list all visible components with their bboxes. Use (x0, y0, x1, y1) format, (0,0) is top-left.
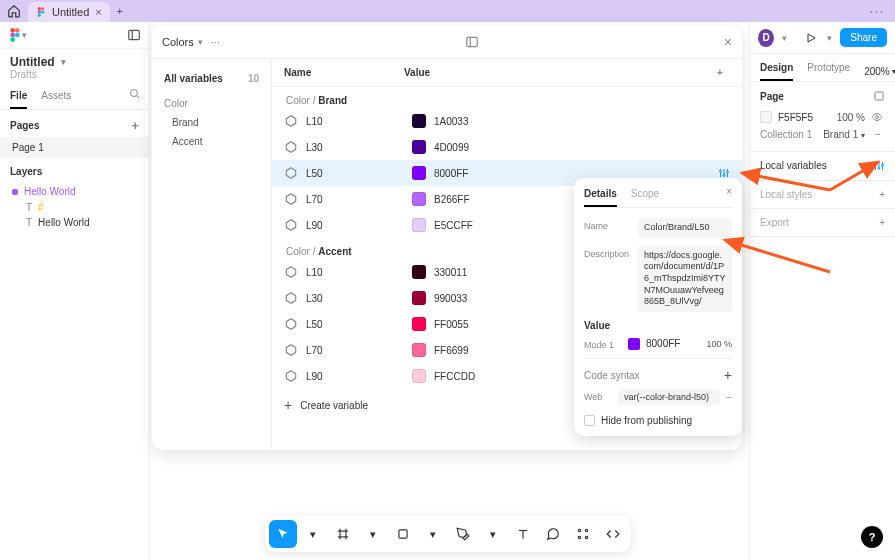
scope-tab[interactable]: Scope (631, 188, 659, 207)
page-color-hex[interactable]: F5F5F5 (778, 112, 813, 123)
dev-mode-tool[interactable] (599, 520, 627, 548)
remove-syntax-icon[interactable]: − (726, 392, 732, 403)
color-swatch[interactable] (412, 218, 426, 232)
svg-rect-10 (129, 30, 140, 39)
collection-menu-icon[interactable]: ··· (211, 36, 220, 48)
value-swatch[interactable] (628, 338, 640, 350)
col-value: Value (404, 67, 710, 78)
add-syntax-icon[interactable]: + (724, 367, 732, 383)
close-details-icon[interactable]: × (726, 186, 732, 197)
frame-tool-chevron-icon[interactable]: ▾ (359, 520, 387, 548)
panel-toggle-icon[interactable] (127, 28, 141, 42)
color-swatch[interactable] (412, 317, 426, 331)
color-swatch[interactable] (412, 140, 426, 154)
add-mode-icon[interactable]: + (710, 67, 730, 78)
color-swatch[interactable] (412, 265, 426, 279)
actions-tool[interactable] (569, 520, 597, 548)
desc-label: Description (584, 246, 632, 259)
value-section-label: Value (584, 320, 732, 331)
home-button[interactable] (6, 3, 22, 19)
file-tab-button[interactable]: File (10, 90, 27, 109)
design-tab[interactable]: Design (760, 62, 793, 81)
local-styles-row[interactable]: Local styles + (750, 181, 895, 209)
svg-point-6 (15, 28, 20, 33)
svg-point-23 (723, 174, 725, 176)
variable-name: L90 (306, 371, 404, 382)
collection-select[interactable]: Colors ▾ (162, 36, 203, 48)
pen-tool-chevron-icon[interactable]: ▾ (479, 520, 507, 548)
figma-icon[interactable] (8, 28, 22, 42)
zoom-level[interactable]: 200% ▾ (864, 62, 895, 81)
web-syntax-field[interactable]: var(--color-brand-l50) (618, 389, 720, 405)
all-variables-label[interactable]: All variables (164, 73, 223, 84)
group-accent[interactable]: Accent (152, 132, 271, 151)
variable-row[interactable]: L101A0033 (272, 108, 742, 134)
file-location[interactable]: Drafts (0, 69, 149, 80)
layer-child-text-node[interactable]: T # (0, 202, 149, 213)
collection-mode[interactable]: Brand 1 ▾ (823, 129, 865, 140)
new-tab-button[interactable]: + (110, 5, 130, 17)
color-swatch[interactable] (412, 369, 426, 383)
add-export-icon[interactable]: + (879, 217, 885, 228)
value-hex[interactable]: 8000FF (646, 338, 680, 349)
layer-child-text[interactable]: T Hello World (0, 213, 149, 228)
svg-marker-29 (286, 319, 295, 330)
prototype-tab[interactable]: Prototype (807, 62, 850, 81)
group-brand[interactable]: Brand (152, 113, 271, 132)
local-variables-row[interactable]: Local variables (750, 152, 895, 181)
text-tool[interactable] (509, 520, 537, 548)
variable-row[interactable]: L304D0099 (272, 134, 742, 160)
page-color-swatch[interactable] (760, 111, 772, 123)
shape-tool-chevron-icon[interactable]: ▾ (419, 520, 447, 548)
add-style-icon[interactable]: + (879, 189, 885, 200)
help-button[interactable]: ? (861, 526, 883, 548)
svg-point-5 (10, 28, 15, 33)
layer-name: Hello World (24, 186, 76, 197)
chevron-down-icon[interactable]: ▾ (61, 57, 66, 67)
layer-frame[interactable]: Hello World (0, 181, 149, 202)
svg-point-43 (882, 164, 884, 166)
present-button[interactable] (803, 29, 819, 47)
add-page-icon[interactable]: + (131, 118, 139, 133)
group-color[interactable]: Color (152, 94, 271, 113)
window-menu-icon[interactable]: ··· (870, 5, 889, 17)
remove-mode-icon[interactable]: − (871, 129, 885, 140)
hide-checkbox[interactable] (584, 415, 595, 426)
page-item[interactable]: Page 1 (0, 137, 149, 158)
details-tab[interactable]: Details (584, 188, 617, 207)
share-button[interactable]: Share (840, 28, 887, 47)
file-tab[interactable]: Untitled × (28, 2, 110, 22)
close-tab-icon[interactable]: × (95, 6, 101, 18)
assets-tab-button[interactable]: Assets (41, 90, 71, 109)
user-avatar[interactable]: D (758, 29, 774, 47)
frame-tool[interactable] (329, 520, 357, 548)
svg-marker-18 (286, 168, 295, 179)
variable-name: L50 (306, 319, 404, 330)
variable-name: L90 (306, 220, 404, 231)
svg-marker-28 (286, 293, 295, 304)
pen-tool[interactable] (449, 520, 477, 548)
export-row[interactable]: Export + (750, 209, 895, 237)
name-field[interactable]: Color/Brand/L50 (638, 218, 732, 238)
color-swatch[interactable] (412, 192, 426, 206)
page-settings-icon[interactable] (873, 90, 885, 102)
color-swatch[interactable] (412, 291, 426, 305)
sidebar-toggle-icon[interactable] (465, 35, 479, 49)
move-tool[interactable] (269, 520, 297, 548)
tools-toolbar: ▾ ▾ ▾ ▾ (265, 516, 631, 552)
color-swatch[interactable] (412, 166, 426, 180)
search-icon[interactable] (129, 88, 141, 100)
close-panel-icon[interactable]: × (724, 34, 732, 50)
move-tool-chevron-icon[interactable]: ▾ (299, 520, 327, 548)
variable-name: L70 (306, 194, 404, 205)
comment-tool[interactable] (539, 520, 567, 548)
color-swatch[interactable] (412, 114, 426, 128)
shape-tool[interactable] (389, 520, 417, 548)
svg-marker-31 (286, 371, 295, 382)
color-swatch[interactable] (412, 343, 426, 357)
desc-field[interactable]: https://docs.google.com/document/d/1P6_m… (638, 246, 732, 312)
visibility-icon[interactable] (871, 111, 885, 123)
settings-sliders-icon[interactable] (873, 160, 885, 172)
file-title[interactable]: Untitled (10, 55, 55, 69)
svg-marker-30 (286, 345, 295, 356)
